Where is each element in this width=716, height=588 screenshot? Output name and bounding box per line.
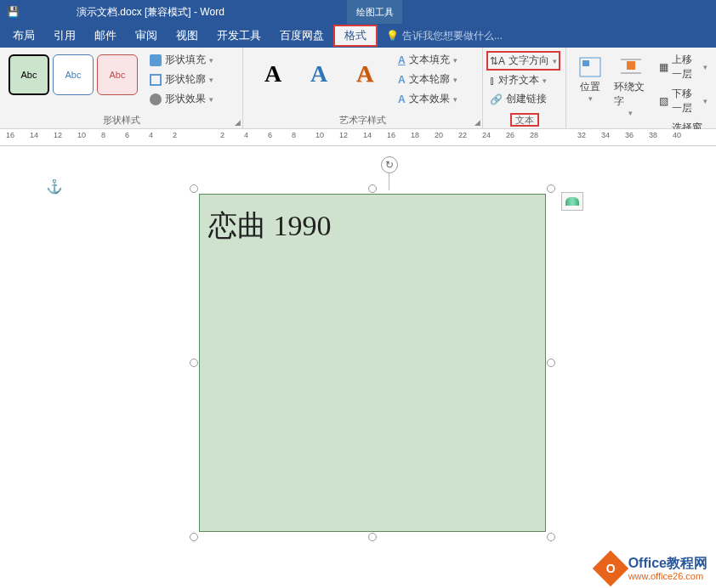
bring-forward-icon: ▦ bbox=[659, 61, 668, 73]
shape-fill-button[interactable]: 形状填充 bbox=[146, 51, 217, 69]
rotate-connector bbox=[389, 173, 389, 190]
align-text-button[interactable]: ⫿ 对齐文本 bbox=[486, 71, 560, 89]
watermark-url: www.office26.com bbox=[628, 571, 707, 581]
svg-rect-1 bbox=[582, 60, 589, 66]
text-outline-icon: A bbox=[398, 74, 406, 86]
dialog-launcher-icon[interactable]: ◢ bbox=[474, 118, 480, 127]
document-title: 演示文档.docx [兼容模式] - Word bbox=[77, 5, 224, 20]
tab-baidu[interactable]: 百度网盘 bbox=[270, 24, 333, 48]
group-label-shape-styles: 形状样式 bbox=[5, 112, 237, 127]
shape-style-gallery[interactable]: Abc Abc Abc bbox=[5, 51, 141, 99]
rotate-handle[interactable]: ↻ bbox=[381, 156, 398, 173]
lightbulb-icon: 💡 bbox=[386, 30, 399, 42]
shape-selection[interactable]: 恋曲 1990 bbox=[194, 189, 551, 537]
text-effects-button[interactable]: A 文本效果 bbox=[395, 90, 461, 108]
tab-view[interactable]: 视图 bbox=[167, 24, 207, 48]
tab-mail[interactable]: 邮件 bbox=[85, 24, 126, 48]
tell-me-search[interactable]: 💡 告诉我您想要做什么... bbox=[386, 29, 503, 43]
effects-icon bbox=[150, 93, 162, 105]
group-text: ⇅A 文字方向 ⫿ 对齐文本 🔗 创建链接 文本 bbox=[483, 48, 566, 128]
text-effects-icon: A bbox=[398, 93, 406, 105]
tab-layout[interactable]: 布局 bbox=[3, 24, 44, 48]
resize-handle-br[interactable] bbox=[547, 533, 555, 541]
layout-options-button[interactable] bbox=[561, 192, 583, 211]
position-button[interactable]: 位置 ▾ bbox=[571, 51, 609, 106]
resize-handle-mr[interactable] bbox=[547, 359, 555, 367]
svg-rect-2 bbox=[627, 61, 635, 70]
shape-text-content[interactable]: 恋曲 1990 bbox=[200, 195, 545, 257]
document-canvas[interactable]: ⚓ ↻ 恋曲 1990 bbox=[0, 146, 716, 588]
shape-effects-button[interactable]: 形状效果 bbox=[146, 90, 217, 108]
group-label-wordart: 艺术字样式 bbox=[248, 112, 477, 127]
resize-handle-ml[interactable] bbox=[190, 359, 198, 367]
wordart-style-1[interactable]: A bbox=[253, 54, 293, 93]
group-wordart-styles: A A A A 文本填充 A 文本轮廓 A 文本效果 艺术字样式 ◢ bbox=[243, 48, 483, 128]
watermark: O Office教程网 www.office26.com bbox=[598, 556, 707, 581]
tab-dev[interactable]: 开发工具 bbox=[207, 24, 270, 48]
tab-review[interactable]: 审阅 bbox=[126, 24, 167, 48]
wordart-style-3[interactable]: A bbox=[345, 54, 384, 93]
watermark-logo-icon: O bbox=[592, 551, 628, 586]
wrap-text-button[interactable]: 环绕文字 ▾ bbox=[609, 51, 652, 121]
text-fill-button[interactable]: A 文本填充 bbox=[395, 51, 461, 69]
drawing-tools-label: 绘图工具 bbox=[347, 0, 402, 24]
dialog-launcher-icon[interactable]: ◢ bbox=[235, 118, 241, 127]
resize-handle-tr[interactable] bbox=[547, 184, 555, 193]
send-backward-button[interactable]: ▧ 下移一层 bbox=[656, 85, 711, 117]
paint-bucket-icon bbox=[150, 54, 162, 66]
rectangle-shape[interactable]: 恋曲 1990 bbox=[199, 194, 546, 532]
resize-handle-tl[interactable] bbox=[190, 184, 198, 193]
resize-handle-tm[interactable] bbox=[368, 184, 377, 193]
text-fill-icon: A bbox=[398, 54, 406, 66]
resize-handle-bl[interactable] bbox=[190, 533, 198, 541]
watermark-title: Office教程网 bbox=[628, 556, 707, 571]
ribbon: Abc Abc Abc 形状填充 形状轮廓 形状效果 形状样式 ◢ bbox=[0, 48, 716, 129]
ribbon-tabs: 布局 引用 邮件 审阅 视图 开发工具 百度网盘 格式 💡 告诉我您想要做什么.… bbox=[0, 24, 716, 48]
title-bar: 💾 演示文档.docx [兼容模式] - Word 绘图工具 bbox=[0, 0, 716, 24]
tab-references[interactable]: 引用 bbox=[44, 24, 85, 48]
position-icon bbox=[577, 54, 604, 80]
tab-format[interactable]: 格式 bbox=[333, 25, 378, 47]
layout-options-icon bbox=[565, 197, 579, 206]
pencil-icon bbox=[150, 74, 162, 86]
wordart-style-2[interactable]: A bbox=[299, 54, 338, 93]
horizontal-ruler[interactable]: 16 14 12 10 8 6 4 2 2 4 6 8 10 12 14 16 … bbox=[0, 129, 716, 146]
group-arrange: 位置 ▾ 环绕文字 ▾ ▦ 上移一层 ▧ 下移一层 bbox=[566, 48, 716, 128]
bring-forward-button[interactable]: ▦ 上移一层 bbox=[656, 51, 711, 83]
save-icon[interactable]: 💾 bbox=[0, 6, 26, 18]
group-shape-styles: Abc Abc Abc 形状填充 形状轮廓 形状效果 形状样式 ◢ bbox=[0, 48, 243, 128]
anchor-icon: ⚓ bbox=[46, 178, 63, 195]
link-icon: 🔗 bbox=[490, 93, 503, 105]
group-label-text: 文本 bbox=[510, 113, 539, 127]
wrap-text-icon bbox=[617, 54, 645, 80]
create-link-button[interactable]: 🔗 创建链接 bbox=[486, 90, 560, 108]
wordart-gallery[interactable]: A A A bbox=[248, 51, 389, 97]
shape-style-1[interactable]: Abc bbox=[9, 54, 49, 95]
text-outline-button[interactable]: A 文本轮廓 bbox=[395, 71, 461, 88]
text-direction-icon: ⇅A bbox=[490, 55, 505, 67]
send-backward-icon: ▧ bbox=[659, 95, 668, 107]
shape-style-3[interactable]: Abc bbox=[97, 54, 138, 95]
shape-style-2[interactable]: Abc bbox=[53, 54, 94, 95]
resize-handle-bm[interactable] bbox=[368, 533, 377, 541]
text-direction-button[interactable]: ⇅A 文字方向 bbox=[486, 51, 560, 71]
align-text-icon: ⫿ bbox=[490, 75, 495, 87]
shape-outline-button[interactable]: 形状轮廓 bbox=[146, 71, 217, 88]
